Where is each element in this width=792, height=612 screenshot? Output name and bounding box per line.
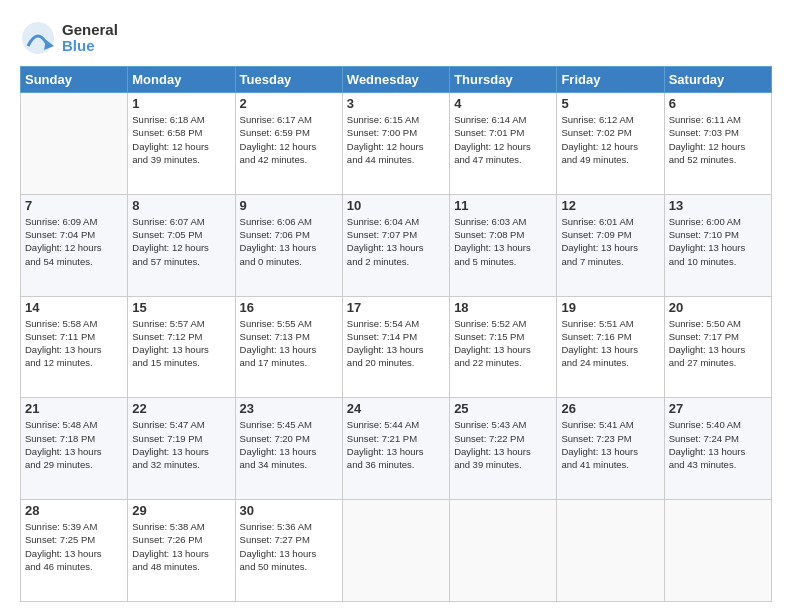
- day-info: Sunrise: 5:57 AMSunset: 7:12 PMDaylight:…: [132, 317, 230, 370]
- calendar-day-cell: 16Sunrise: 5:55 AMSunset: 7:13 PMDayligh…: [235, 296, 342, 398]
- calendar-day-cell: 19Sunrise: 5:51 AMSunset: 7:16 PMDayligh…: [557, 296, 664, 398]
- day-number: 30: [240, 503, 338, 518]
- weekday-header: Sunday: [21, 67, 128, 93]
- calendar-day-cell: 10Sunrise: 6:04 AMSunset: 7:07 PMDayligh…: [342, 194, 449, 296]
- day-info: Sunrise: 6:14 AMSunset: 7:01 PMDaylight:…: [454, 113, 552, 166]
- calendar-day-cell: 28Sunrise: 5:39 AMSunset: 7:25 PMDayligh…: [21, 500, 128, 602]
- calendar-week-row: 21Sunrise: 5:48 AMSunset: 7:18 PMDayligh…: [21, 398, 772, 500]
- calendar-day-cell: [664, 500, 771, 602]
- day-info: Sunrise: 5:38 AMSunset: 7:26 PMDaylight:…: [132, 520, 230, 573]
- calendar-day-cell: 17Sunrise: 5:54 AMSunset: 7:14 PMDayligh…: [342, 296, 449, 398]
- day-info: Sunrise: 5:54 AMSunset: 7:14 PMDaylight:…: [347, 317, 445, 370]
- weekday-header: Friday: [557, 67, 664, 93]
- day-info: Sunrise: 5:48 AMSunset: 7:18 PMDaylight:…: [25, 418, 123, 471]
- day-info: Sunrise: 6:07 AMSunset: 7:05 PMDaylight:…: [132, 215, 230, 268]
- calendar-day-cell: 22Sunrise: 5:47 AMSunset: 7:19 PMDayligh…: [128, 398, 235, 500]
- svg-point-0: [22, 22, 54, 54]
- day-number: 1: [132, 96, 230, 111]
- calendar-week-row: 1Sunrise: 6:18 AMSunset: 6:58 PMDaylight…: [21, 93, 772, 195]
- day-number: 5: [561, 96, 659, 111]
- day-info: Sunrise: 6:17 AMSunset: 6:59 PMDaylight:…: [240, 113, 338, 166]
- calendar-day-cell: 24Sunrise: 5:44 AMSunset: 7:21 PMDayligh…: [342, 398, 449, 500]
- logo-blue: Blue: [62, 38, 118, 55]
- calendar-day-cell: 14Sunrise: 5:58 AMSunset: 7:11 PMDayligh…: [21, 296, 128, 398]
- day-info: Sunrise: 5:40 AMSunset: 7:24 PMDaylight:…: [669, 418, 767, 471]
- day-info: Sunrise: 5:55 AMSunset: 7:13 PMDaylight:…: [240, 317, 338, 370]
- calendar-day-cell: 21Sunrise: 5:48 AMSunset: 7:18 PMDayligh…: [21, 398, 128, 500]
- calendar-week-row: 28Sunrise: 5:39 AMSunset: 7:25 PMDayligh…: [21, 500, 772, 602]
- calendar-day-cell: 12Sunrise: 6:01 AMSunset: 7:09 PMDayligh…: [557, 194, 664, 296]
- day-info: Sunrise: 5:44 AMSunset: 7:21 PMDaylight:…: [347, 418, 445, 471]
- calendar-day-cell: 5Sunrise: 6:12 AMSunset: 7:02 PMDaylight…: [557, 93, 664, 195]
- weekday-header: Tuesday: [235, 67, 342, 93]
- calendar-day-cell: 4Sunrise: 6:14 AMSunset: 7:01 PMDaylight…: [450, 93, 557, 195]
- day-number: 8: [132, 198, 230, 213]
- calendar-day-cell: 25Sunrise: 5:43 AMSunset: 7:22 PMDayligh…: [450, 398, 557, 500]
- day-info: Sunrise: 6:12 AMSunset: 7:02 PMDaylight:…: [561, 113, 659, 166]
- day-number: 28: [25, 503, 123, 518]
- weekday-header: Saturday: [664, 67, 771, 93]
- weekday-header: Monday: [128, 67, 235, 93]
- day-number: 29: [132, 503, 230, 518]
- calendar-day-cell: 27Sunrise: 5:40 AMSunset: 7:24 PMDayligh…: [664, 398, 771, 500]
- calendar-day-cell: 23Sunrise: 5:45 AMSunset: 7:20 PMDayligh…: [235, 398, 342, 500]
- day-number: 21: [25, 401, 123, 416]
- day-number: 7: [25, 198, 123, 213]
- day-number: 17: [347, 300, 445, 315]
- day-number: 18: [454, 300, 552, 315]
- day-info: Sunrise: 5:58 AMSunset: 7:11 PMDaylight:…: [25, 317, 123, 370]
- day-number: 20: [669, 300, 767, 315]
- calendar-day-cell: 11Sunrise: 6:03 AMSunset: 7:08 PMDayligh…: [450, 194, 557, 296]
- day-info: Sunrise: 5:50 AMSunset: 7:17 PMDaylight:…: [669, 317, 767, 370]
- day-number: 9: [240, 198, 338, 213]
- day-info: Sunrise: 6:01 AMSunset: 7:09 PMDaylight:…: [561, 215, 659, 268]
- day-info: Sunrise: 5:47 AMSunset: 7:19 PMDaylight:…: [132, 418, 230, 471]
- calendar-table: SundayMondayTuesdayWednesdayThursdayFrid…: [20, 66, 772, 602]
- day-number: 14: [25, 300, 123, 315]
- day-info: Sunrise: 6:00 AMSunset: 7:10 PMDaylight:…: [669, 215, 767, 268]
- day-number: 22: [132, 401, 230, 416]
- day-info: Sunrise: 5:45 AMSunset: 7:20 PMDaylight:…: [240, 418, 338, 471]
- weekday-header: Wednesday: [342, 67, 449, 93]
- calendar-day-cell: [21, 93, 128, 195]
- calendar-day-cell: 26Sunrise: 5:41 AMSunset: 7:23 PMDayligh…: [557, 398, 664, 500]
- calendar-day-cell: 20Sunrise: 5:50 AMSunset: 7:17 PMDayligh…: [664, 296, 771, 398]
- day-info: Sunrise: 5:36 AMSunset: 7:27 PMDaylight:…: [240, 520, 338, 573]
- calendar-day-cell: 8Sunrise: 6:07 AMSunset: 7:05 PMDaylight…: [128, 194, 235, 296]
- day-info: Sunrise: 6:18 AMSunset: 6:58 PMDaylight:…: [132, 113, 230, 166]
- calendar-day-cell: 6Sunrise: 6:11 AMSunset: 7:03 PMDaylight…: [664, 93, 771, 195]
- calendar-day-cell: 1Sunrise: 6:18 AMSunset: 6:58 PMDaylight…: [128, 93, 235, 195]
- day-number: 16: [240, 300, 338, 315]
- day-number: 19: [561, 300, 659, 315]
- page: General Blue SundayMondayTuesdayWednesda…: [0, 0, 792, 612]
- calendar-day-cell: [450, 500, 557, 602]
- day-number: 13: [669, 198, 767, 213]
- calendar-day-cell: 3Sunrise: 6:15 AMSunset: 7:00 PMDaylight…: [342, 93, 449, 195]
- day-number: 3: [347, 96, 445, 111]
- day-info: Sunrise: 5:52 AMSunset: 7:15 PMDaylight:…: [454, 317, 552, 370]
- day-number: 23: [240, 401, 338, 416]
- weekday-header: Thursday: [450, 67, 557, 93]
- header: General Blue: [20, 20, 772, 56]
- day-number: 6: [669, 96, 767, 111]
- day-number: 12: [561, 198, 659, 213]
- day-info: Sunrise: 5:51 AMSunset: 7:16 PMDaylight:…: [561, 317, 659, 370]
- day-number: 15: [132, 300, 230, 315]
- calendar-day-cell: 7Sunrise: 6:09 AMSunset: 7:04 PMDaylight…: [21, 194, 128, 296]
- day-number: 11: [454, 198, 552, 213]
- day-number: 4: [454, 96, 552, 111]
- calendar-week-row: 7Sunrise: 6:09 AMSunset: 7:04 PMDaylight…: [21, 194, 772, 296]
- day-number: 27: [669, 401, 767, 416]
- day-number: 25: [454, 401, 552, 416]
- logo: General Blue: [20, 20, 118, 56]
- calendar-day-cell: 13Sunrise: 6:00 AMSunset: 7:10 PMDayligh…: [664, 194, 771, 296]
- calendar-week-row: 14Sunrise: 5:58 AMSunset: 7:11 PMDayligh…: [21, 296, 772, 398]
- calendar-day-cell: [342, 500, 449, 602]
- day-info: Sunrise: 5:43 AMSunset: 7:22 PMDaylight:…: [454, 418, 552, 471]
- calendar-day-cell: 9Sunrise: 6:06 AMSunset: 7:06 PMDaylight…: [235, 194, 342, 296]
- calendar-day-cell: 2Sunrise: 6:17 AMSunset: 6:59 PMDaylight…: [235, 93, 342, 195]
- day-info: Sunrise: 6:04 AMSunset: 7:07 PMDaylight:…: [347, 215, 445, 268]
- day-info: Sunrise: 6:09 AMSunset: 7:04 PMDaylight:…: [25, 215, 123, 268]
- logo-general: General: [62, 22, 118, 39]
- day-info: Sunrise: 6:15 AMSunset: 7:00 PMDaylight:…: [347, 113, 445, 166]
